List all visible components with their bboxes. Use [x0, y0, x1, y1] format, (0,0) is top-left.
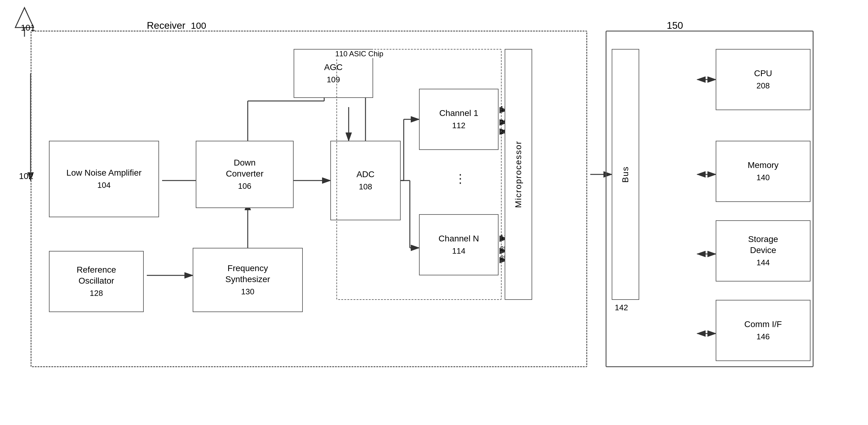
asic-label: 110 ASIC Chip: [333, 50, 385, 58]
receiver-label: Receiver 100: [147, 20, 206, 31]
computer-label: 150: [667, 20, 683, 31]
down-converter-block: DownConverter 106: [196, 141, 293, 208]
freq-synth-block: FrequencySynthesizer 130: [193, 248, 303, 312]
bus-box: Bus: [612, 49, 639, 300]
lna-block: Low Noise Amplifier 104: [49, 141, 159, 217]
channeln-block: Channel N 114: [419, 214, 499, 275]
comm-block: Comm I/F 146: [716, 300, 810, 361]
storage-block: StorageDevice 144: [716, 220, 810, 281]
channel-dots: ⋮: [454, 171, 466, 185]
ref-osc-block: ReferenceOscillator 128: [49, 251, 144, 312]
microprocessor-box: Microprocessor: [505, 49, 532, 300]
memory-block: Memory 140: [716, 141, 810, 202]
cpu-block: CPU 208: [716, 49, 810, 110]
bus-num: 142: [615, 303, 628, 312]
channel1-block: Channel 1 112: [419, 89, 499, 150]
